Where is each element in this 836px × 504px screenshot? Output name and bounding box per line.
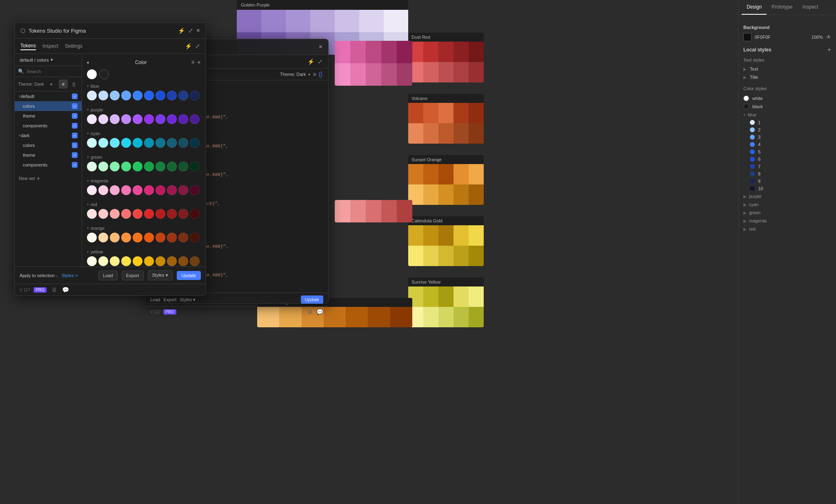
yellow-swatch-10[interactable] bbox=[190, 256, 200, 266]
bg-code-icon[interactable]: {} bbox=[319, 71, 322, 78]
green-swatch-1[interactable] bbox=[87, 162, 97, 171]
green-swatch-10[interactable] bbox=[190, 162, 200, 171]
yellow-swatch-2[interactable] bbox=[98, 256, 108, 266]
bg-load-btn[interactable]: Load bbox=[150, 297, 160, 302]
red-swatch-10[interactable] bbox=[190, 209, 200, 219]
load-button[interactable]: Load bbox=[98, 271, 117, 280]
sidebar-item-default[interactable]: ▾ default bbox=[15, 91, 82, 101]
orange-swatch-1[interactable] bbox=[87, 233, 97, 242]
styles-dropdown-button[interactable]: Styles ▾ bbox=[148, 270, 173, 280]
magenta-swatch-5[interactable] bbox=[133, 185, 142, 195]
export-button[interactable]: Export bbox=[122, 271, 144, 280]
purple-swatch-1[interactable] bbox=[87, 114, 97, 124]
magenta-swatch-10[interactable] bbox=[190, 185, 200, 195]
blue-swatch-3[interactable] bbox=[110, 91, 120, 100]
inspect-tab[interactable]: Inspect bbox=[798, 0, 823, 15]
red-swatch-1[interactable] bbox=[87, 209, 97, 219]
bolt-icon[interactable]: ⚡ bbox=[178, 27, 185, 34]
yellow-swatch-3[interactable] bbox=[110, 256, 120, 266]
blue-swatch-9[interactable] bbox=[178, 91, 188, 100]
sidebar-dark-components-checkbox[interactable] bbox=[72, 162, 78, 168]
orange-swatch-10[interactable] bbox=[190, 233, 200, 242]
blue-10-item[interactable]: 10 bbox=[750, 185, 831, 192]
sidebar-dark-checkbox[interactable] bbox=[72, 133, 78, 138]
red-swatch-4[interactable] bbox=[121, 209, 131, 219]
red-swatch-9[interactable] bbox=[178, 209, 188, 219]
red-swatch-8[interactable] bbox=[167, 209, 177, 219]
orange-swatch-6[interactable] bbox=[144, 233, 154, 242]
green-swatch-5[interactable] bbox=[133, 162, 142, 171]
magenta-swatch-8[interactable] bbox=[167, 185, 177, 195]
cyan-swatch-8[interactable] bbox=[167, 138, 177, 148]
blue-3-item[interactable]: 3 bbox=[750, 133, 831, 141]
purple-swatch-2[interactable] bbox=[98, 114, 108, 124]
cyan-swatch-1[interactable] bbox=[87, 138, 97, 148]
yellow-swatch-4[interactable] bbox=[121, 256, 131, 266]
color-section-header[interactable]: ▾ Color ≡ + bbox=[85, 57, 202, 68]
blue-1-item[interactable]: 1 bbox=[750, 119, 831, 126]
update-button[interactable]: Update bbox=[177, 271, 201, 280]
yellow-group-header[interactable]: ▾ yellow bbox=[85, 248, 202, 255]
color-style-white[interactable]: white bbox=[743, 94, 831, 102]
local-styles-add-icon[interactable]: + bbox=[827, 46, 831, 53]
prototype-tab[interactable]: Prototype bbox=[767, 0, 797, 15]
sidebar-item-dark-components[interactable]: components bbox=[15, 160, 82, 170]
red-swatch-6[interactable] bbox=[144, 209, 154, 219]
cyan-swatch-3[interactable] bbox=[110, 138, 120, 148]
bolt-tab-icon[interactable]: ⚡ bbox=[185, 43, 192, 49]
panel-close-button[interactable]: × bbox=[196, 27, 200, 34]
sidebar-colors-checkbox[interactable] bbox=[72, 103, 78, 109]
yellow-swatch-6[interactable] bbox=[144, 256, 154, 266]
sidebar-dark-colors-checkbox[interactable] bbox=[72, 142, 78, 148]
blue-swatch-6[interactable] bbox=[144, 91, 154, 100]
blue-swatch-1[interactable] bbox=[87, 91, 97, 100]
yellow-swatch-7[interactable] bbox=[156, 256, 165, 266]
chat-icon[interactable]: 💬 bbox=[62, 286, 69, 293]
styles-link-button[interactable]: Styles > bbox=[62, 273, 78, 278]
orange-swatch-8[interactable] bbox=[167, 233, 177, 242]
white-swatch[interactable] bbox=[87, 69, 97, 79]
blue-4-item[interactable]: 4 bbox=[750, 141, 831, 148]
text-style-text[interactable]: ▶ Text bbox=[743, 65, 831, 73]
blue-8-item[interactable]: 8 bbox=[750, 170, 831, 178]
tab-inspect[interactable]: Inspect bbox=[42, 42, 58, 50]
green-group-header[interactable]: ▾ green bbox=[85, 153, 202, 161]
set-selector[interactable]: default / colors ▾ bbox=[15, 54, 82, 66]
design-tab[interactable]: Design bbox=[742, 0, 767, 15]
cyan-swatch-7[interactable] bbox=[156, 138, 165, 148]
sidebar-components-checkbox[interactable] bbox=[72, 123, 78, 129]
sidebar-item-dark-colors[interactable]: colors bbox=[15, 140, 82, 150]
color-add-icon[interactable]: + bbox=[197, 59, 201, 66]
green-swatch-6[interactable] bbox=[144, 162, 154, 171]
cyan-swatch-10[interactable] bbox=[190, 138, 200, 148]
right-blue-group[interactable]: ▾ blue bbox=[743, 111, 831, 119]
new-set-row[interactable]: New set + bbox=[15, 173, 82, 184]
cyan-swatch-5[interactable] bbox=[133, 138, 142, 148]
blue-swatch-8[interactable] bbox=[167, 91, 177, 100]
text-style-title[interactable]: ▶ Title bbox=[743, 73, 831, 81]
tab-settings[interactable]: Settings bbox=[65, 42, 82, 50]
blue-swatch-5[interactable] bbox=[133, 91, 142, 100]
sidebar-item-theme[interactable]: theme bbox=[15, 111, 82, 121]
sidebar-item-dark[interactable]: ▾ dark bbox=[15, 131, 82, 140]
background-color-swatch[interactable] bbox=[743, 33, 752, 41]
bg-panel-expand-icon[interactable]: ⤢ bbox=[318, 58, 322, 65]
green-swatch-4[interactable] bbox=[121, 162, 131, 171]
blue-7-item[interactable]: 7 bbox=[750, 163, 831, 170]
right-cyan-group[interactable]: ▶ cyan bbox=[743, 200, 831, 209]
red-swatch-5[interactable] bbox=[133, 209, 142, 219]
orange-swatch-5[interactable] bbox=[133, 233, 142, 242]
blue-swatch-10[interactable] bbox=[190, 91, 200, 100]
bg-panel-bolt-icon[interactable]: ⚡ bbox=[307, 58, 314, 65]
monitor-icon[interactable]: 🖥 bbox=[51, 286, 57, 293]
green-swatch-2[interactable] bbox=[98, 162, 108, 171]
green-swatch-7[interactable] bbox=[156, 162, 165, 171]
blue-swatch-4[interactable] bbox=[121, 91, 131, 100]
purple-swatch-3[interactable] bbox=[110, 114, 120, 124]
purple-swatch-6[interactable] bbox=[144, 114, 154, 124]
sidebar-item-colors[interactable]: colors bbox=[15, 101, 82, 111]
right-red-group[interactable]: ▶ red bbox=[743, 225, 831, 233]
expand-tab-icon[interactable]: ⤢ bbox=[195, 43, 200, 49]
search-input[interactable] bbox=[27, 69, 82, 74]
right-purple-group[interactable]: ▶ purple bbox=[743, 192, 831, 200]
